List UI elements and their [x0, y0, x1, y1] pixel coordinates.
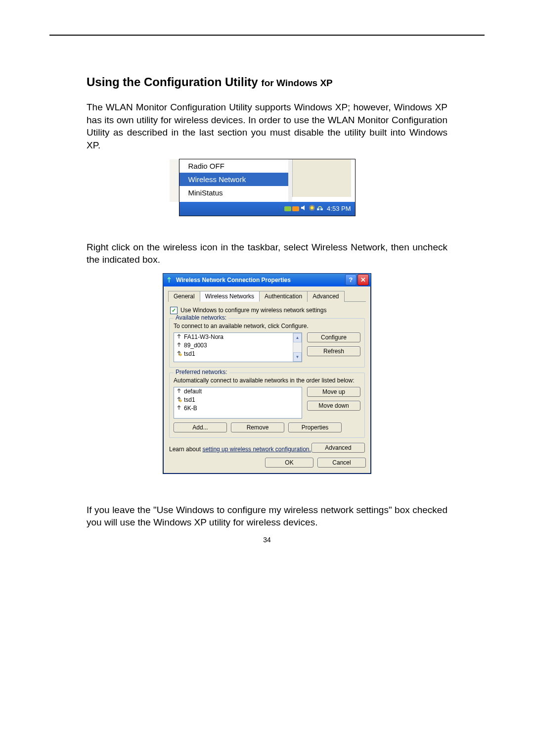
wifi-open-icon — [176, 405, 182, 412]
tray-blank-area — [292, 159, 351, 197]
tray-ghost-edge — [170, 159, 179, 202]
wireless-antenna-icon — [165, 276, 173, 284]
add-button[interactable]: Add... — [174, 423, 227, 432]
learn-link[interactable]: setting up wireless network configuratio… — [202, 446, 311, 453]
ok-button[interactable]: OK — [265, 458, 313, 468]
dialog-title: Wireless Network Connection Properties — [176, 277, 291, 284]
wireless-properties-dialog: Wireless Network Connection Properties ?… — [163, 273, 371, 474]
tab-general[interactable]: General — [168, 291, 200, 302]
tab-wireless-networks[interactable]: Wireless Networks — [200, 291, 260, 302]
dialog-tabs: General Wireless Networks Authentication… — [168, 290, 366, 302]
preferred-networks-legend: Preferred networks: — [174, 369, 229, 376]
tray-item-ministatus[interactable]: MiniStatus — [179, 186, 288, 199]
page-number: 34 — [87, 536, 447, 544]
configure-button[interactable]: Configure — [307, 332, 360, 342]
top-rule — [49, 35, 485, 36]
close-button[interactable]: ✕ — [357, 274, 369, 285]
preferred-network-item[interactable]: tsd1 — [174, 396, 302, 404]
available-network-item[interactable]: tsd1 — [174, 350, 302, 358]
learn-prefix: Learn about — [169, 446, 202, 453]
properties-button[interactable]: Properties — [288, 423, 342, 432]
network-name: 6K-B — [184, 405, 197, 412]
tray-clock: 4:53 PM — [327, 205, 351, 212]
tab-advanced[interactable]: Advanced — [307, 291, 344, 302]
wifi-open-icon — [176, 388, 182, 395]
svg-rect-2 — [317, 208, 319, 210]
shield-icon[interactable] — [292, 206, 299, 211]
remove-button[interactable]: Remove — [231, 423, 284, 432]
wireless-tray-icon[interactable] — [316, 204, 324, 214]
tray-divider — [288, 159, 292, 202]
learn-about-text: Learn about setting up wireless network … — [169, 446, 312, 453]
page-heading: Using the Configuration Utility for Wind… — [87, 75, 447, 89]
advanced-button[interactable]: Advanced — [312, 443, 365, 453]
preferred-network-item[interactable]: 6K-B — [174, 404, 302, 413]
move-up-button[interactable]: Move up — [307, 387, 360, 397]
tray-menu-figure: Radio OFF Wireless Network MiniStatus 4:… — [179, 159, 356, 216]
svg-point-1 — [311, 206, 313, 209]
use-windows-checkbox[interactable]: ✓ — [170, 307, 178, 314]
network-name: FA11-W3-Nora — [184, 333, 223, 340]
available-networks-group: Available networks: To connect to an ava… — [169, 318, 365, 368]
closing-paragraph: If you leave the "Use Windows to configu… — [87, 504, 447, 529]
network-name: default — [184, 388, 202, 395]
refresh-button[interactable]: Refresh — [307, 346, 360, 356]
tray-item-wireless-network[interactable]: Wireless Network — [179, 173, 288, 186]
svg-point-4 — [179, 354, 181, 356]
volume-icon[interactable] — [300, 204, 308, 214]
network-name: tsd1 — [184, 396, 195, 403]
wifi-open-icon — [176, 342, 182, 349]
svg-point-5 — [179, 400, 181, 402]
tray-item-radio-off[interactable]: Radio OFF — [179, 159, 288, 173]
wifi-open-icon — [176, 333, 182, 341]
instruction-paragraph: Right click on the wireless icon in the … — [87, 241, 447, 266]
available-network-item[interactable]: FA11-W3-Nora — [174, 333, 302, 341]
tab-authentication[interactable]: Authentication — [259, 291, 308, 302]
dialog-titlebar[interactable]: Wireless Network Connection Properties ?… — [163, 274, 371, 286]
network-name: 89_d003 — [184, 342, 207, 349]
available-network-item[interactable]: 89_d003 — [174, 341, 302, 350]
scroll-down-icon[interactable]: ▼ — [293, 352, 302, 362]
available-networks-legend: Available networks: — [174, 314, 228, 321]
use-windows-checkbox-label: Use Windows to configure my wireless net… — [180, 307, 326, 314]
svg-rect-3 — [320, 208, 323, 210]
scroll-up-icon[interactable]: ▲ — [293, 333, 302, 342]
available-networks-desc: To connect to an available network, clic… — [174, 323, 360, 330]
preferred-networks-group: Preferred networks: Automatically connec… — [169, 373, 365, 438]
taskbar: 4:53 PM — [179, 202, 355, 216]
available-networks-list[interactable]: FA11-W3-Nora 89_d003 tsd1 ▲ — [174, 332, 302, 362]
wifi-secure-icon — [176, 396, 182, 404]
wifi-secure-icon — [176, 350, 182, 358]
cancel-button[interactable]: Cancel — [317, 458, 366, 468]
preferred-network-item[interactable]: default — [174, 387, 302, 396]
network-name: tsd1 — [184, 350, 195, 357]
antivirus-icon[interactable] — [308, 204, 316, 214]
available-scrollbar[interactable]: ▲ ▼ — [293, 333, 302, 362]
preferred-networks-desc: Automatically connect to available netwo… — [174, 377, 360, 384]
help-button[interactable]: ? — [345, 274, 356, 285]
move-down-button[interactable]: Move down — [307, 401, 360, 411]
preferred-networks-list[interactable]: default tsd1 6K-B — [174, 387, 302, 419]
tray-context-menu: Radio OFF Wireless Network MiniStatus — [179, 159, 288, 199]
heading-main: Using the Configuration Utility — [87, 75, 261, 89]
msn-icon[interactable] — [284, 206, 291, 211]
intro-paragraph: The WLAN Monitor Configuration Utility s… — [87, 101, 447, 152]
heading-sub: for Windows XP — [261, 78, 332, 88]
